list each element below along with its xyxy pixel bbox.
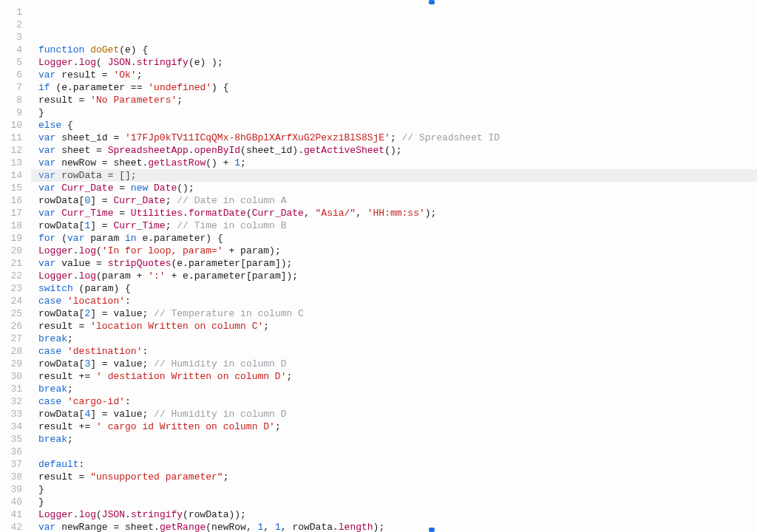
code-line[interactable]: var newRange = sheet.getRange(newRow, 1,… — [38, 521, 757, 532]
code-line[interactable]: result = 'No Parameters'; — [38, 94, 757, 106]
token-par: ] = — [90, 308, 113, 319]
line-number: 18 — [0, 219, 33, 232]
token-par: () + — [206, 157, 234, 168]
token-par: (); — [384, 145, 401, 156]
token-par: , — [356, 208, 367, 219]
token-id: parameter — [189, 258, 240, 269]
code-area[interactable]: function doGet(e) {Logger.log( JSON.stri… — [33, 0, 757, 532]
code-line[interactable]: } — [38, 496, 757, 508]
code-line[interactable]: var Curr_Time = Utilities.formatDate(Cur… — [38, 207, 757, 219]
code-line[interactable]: function doGet(e) { — [38, 44, 757, 56]
code-line[interactable]: var rowData = []; — [38, 169, 757, 182]
token-str: 'In for loop, param=' — [102, 245, 223, 256]
token-kw: else — [38, 120, 67, 131]
code-line[interactable]: rowData[4] = value; // Humidity in colum… — [38, 408, 757, 420]
line-number-gutter: 1234567891011121314151617181920212223242… — [0, 0, 33, 532]
token-id: parameter — [73, 82, 125, 93]
token-prop: stringify — [131, 509, 183, 520]
code-line[interactable]: result += ' destiation Written on column… — [38, 370, 757, 383]
token-par: . — [189, 270, 194, 282]
token-par: . — [131, 57, 137, 68]
code-line[interactable]: case 'cargo-id': — [38, 395, 757, 408]
line-number: 10 — [0, 119, 33, 132]
code-line[interactable]: result = 'location Written on column C'; — [38, 320, 757, 332]
code-line[interactable]: var newRow = sheet.getLastRow() + 1; — [38, 157, 757, 169]
token-id: value — [61, 258, 90, 269]
token-par: += — [73, 371, 96, 382]
token-kw: break — [38, 383, 67, 395]
code-line[interactable]: else { — [38, 119, 757, 132]
token-str: 'cargo-id' — [67, 396, 125, 407]
token-kw: for — [38, 233, 61, 244]
token-id: parameter — [154, 233, 206, 244]
code-line[interactable]: rowData[1] = Curr_Time; // Time in colum… — [38, 219, 757, 232]
token-par: . — [154, 522, 160, 532]
code-line[interactable]: var sheet = SpreadsheetApp.openById(shee… — [38, 144, 757, 157]
token-par: ( — [96, 245, 102, 256]
token-par: ( — [96, 57, 108, 68]
code-line[interactable]: Logger.log(JSON.stringify(rowData)); — [38, 508, 757, 521]
token-id: param — [102, 270, 131, 282]
line-number: 11 — [0, 132, 33, 144]
code-line[interactable]: var Curr_Date = new Date(); — [38, 182, 757, 194]
token-kw: switch — [38, 283, 79, 294]
token-par: ; — [137, 69, 143, 81]
token-str: ' cargo id Written on column D' — [96, 421, 275, 432]
token-kw: var — [38, 69, 61, 81]
line-number: 2 — [0, 18, 33, 31]
line-number: 16 — [0, 194, 33, 207]
code-line[interactable]: for (var param in e.parameter) { — [38, 232, 757, 245]
token-par: = — [90, 258, 107, 269]
token-kw: in — [119, 233, 142, 244]
token-par: ; — [166, 195, 177, 206]
token-par: { — [67, 120, 73, 131]
code-line[interactable]: case 'location': — [38, 295, 757, 307]
token-par: ( — [119, 44, 125, 55]
code-line[interactable]: Logger.log( JSON.stringify(e) ); — [38, 56, 757, 69]
token-par: ; — [275, 421, 281, 432]
code-editor[interactable]: 1234567891011121314151617181920212223242… — [0, 0, 757, 532]
token-par: ]); — [281, 270, 298, 282]
code-line[interactable]: break; — [38, 383, 757, 395]
code-line[interactable]: if (e.parameter == 'undefined') { — [38, 81, 757, 94]
token-par: ) { — [206, 233, 223, 244]
token-par: += — [73, 421, 96, 432]
line-number: 31 — [0, 383, 33, 395]
token-kw: var — [38, 157, 61, 168]
code-line[interactable]: } — [38, 106, 757, 119]
code-line[interactable]: rowData[2] = value; // Temperature in co… — [38, 307, 757, 320]
code-line[interactable]: rowData[0] = Curr_Date; // Date in colum… — [38, 194, 757, 207]
code-line[interactable]: } — [38, 483, 757, 496]
line-number: 12 — [0, 144, 33, 157]
token-par: = — [108, 522, 125, 532]
code-line[interactable]: result = "unsupported parameter"; — [38, 471, 757, 483]
code-line[interactable]: break; — [38, 332, 757, 345]
token-par: = — [108, 132, 125, 143]
token-par: ; — [286, 371, 292, 382]
token-kw: var — [38, 522, 61, 532]
token-par: ( — [61, 233, 67, 244]
token-par: [ — [240, 258, 246, 269]
code-line[interactable]: var value = stripQuotes(e.parameter[para… — [38, 257, 757, 270]
code-line[interactable]: var result = 'Ok'; — [38, 69, 757, 81]
token-id: e — [194, 57, 200, 68]
code-line[interactable] — [38, 446, 757, 458]
token-id: rowData — [189, 509, 229, 520]
code-line[interactable]: switch (param) { — [38, 282, 757, 295]
code-line[interactable]: case 'destination': — [38, 345, 757, 358]
line-number: 36 — [0, 446, 33, 458]
token-str: 'destination' — [67, 346, 142, 357]
code-line[interactable]: var sheet_id = '17FJp0kTV11ICqQMx-8hGBpl… — [38, 132, 757, 144]
code-line[interactable]: result += ' cargo id Written on column D… — [38, 420, 757, 433]
code-line[interactable]: Logger.log(param + ':' + e.parameter[par… — [38, 270, 757, 282]
token-par: ) ); — [200, 57, 223, 68]
code-line[interactable]: Logger.log('In for loop, param=' + param… — [38, 245, 757, 257]
line-number: 27 — [0, 332, 33, 345]
token-id: rowData — [38, 409, 79, 420]
code-line[interactable]: rowData[3] = value; // Humidity in colum… — [38, 358, 757, 370]
code-line[interactable]: default: — [38, 458, 757, 471]
token-par: . — [183, 208, 189, 219]
token-par: ; — [390, 132, 402, 143]
code-line[interactable]: break; — [38, 433, 757, 446]
token-kw: var — [38, 145, 61, 156]
